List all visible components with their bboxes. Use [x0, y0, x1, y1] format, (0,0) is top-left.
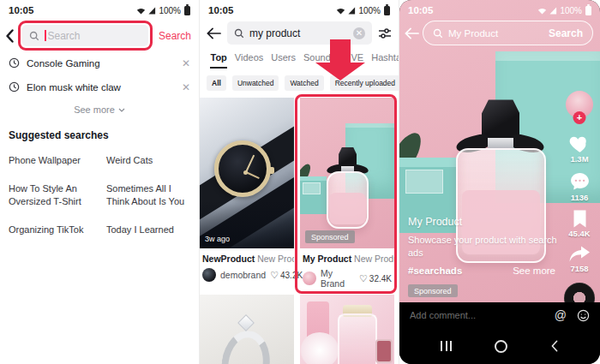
video-thumbnail-watch[interactable]: 3w ago	[200, 98, 294, 248]
screen-sponsored-video: 10:05 100% Search + 1.3M	[399, 0, 600, 364]
sponsored-badge: Sponsored	[305, 230, 355, 243]
search-button[interactable]: Search	[156, 30, 194, 42]
tab-hashtags[interactable]: Hashtags	[368, 51, 399, 69]
like-count: ♡32.4K	[359, 274, 392, 283]
share-icon[interactable]	[568, 246, 591, 263]
video-thumbnail-ring[interactable]	[200, 295, 294, 364]
video-title-rest: New Product	[257, 254, 294, 264]
status-icons: 100%	[136, 6, 190, 15]
comment-icon[interactable]	[569, 171, 591, 192]
search-bar-row: Search	[0, 17, 199, 51]
suggested-search-item[interactable]: Organizing TikTok	[9, 216, 93, 244]
mention-at-icon[interactable]: @	[555, 309, 567, 321]
recents-button[interactable]	[441, 341, 452, 351]
filter-sliders-icon[interactable]	[378, 27, 392, 39]
back-chevron-icon[interactable]	[5, 29, 15, 43]
status-bar: 10:05 100%	[399, 0, 600, 17]
perfume-neck	[488, 138, 513, 148]
search-icon	[29, 31, 39, 41]
tab-users[interactable]: Users	[267, 51, 300, 69]
overlay-search-row: Search	[405, 21, 593, 45]
author-name[interactable]: demobrand	[220, 270, 266, 280]
back-arrow-icon[interactable]	[405, 27, 419, 39]
remove-recent-icon[interactable]: ✕	[182, 82, 190, 92]
status-bar: 10:05 100%	[200, 0, 399, 17]
status-bar: 10:05 100%	[0, 0, 199, 17]
box-mirror	[405, 170, 443, 194]
recent-search-item[interactable]: Elon musk white claw ✕	[0, 75, 199, 98]
video-card[interactable]: 3w ago NewProduct New Product demobrand …	[200, 98, 294, 289]
search-button[interactable]: Search	[549, 27, 583, 39]
search-input[interactable]	[448, 28, 543, 39]
battery-icon	[384, 6, 390, 15]
video-card[interactable]	[200, 295, 294, 364]
suggested-search-item[interactable]: Today I Learned	[106, 216, 190, 244]
search-icon	[234, 28, 244, 39]
author-name[interactable]: My Brand	[321, 268, 355, 289]
avatar[interactable]: +	[566, 91, 593, 118]
hashtag-link[interactable]: #searchads	[408, 266, 462, 276]
advertiser-username[interactable]: My Product	[408, 216, 571, 228]
clock-icon	[9, 57, 20, 69]
tab-videos[interactable]: Videos	[231, 51, 267, 69]
video-age-label: 3w ago	[205, 235, 230, 243]
avatar[interactable]	[202, 268, 216, 282]
see-more-link[interactable]: See more	[513, 266, 555, 276]
like-count: ♡43.2K	[270, 271, 303, 280]
box-mirror	[303, 182, 321, 194]
watch-center	[243, 170, 248, 175]
video-results-grid: 3w ago NewProduct New Product demobrand …	[200, 98, 399, 364]
recent-search-item[interactable]: Console Gaming ✕	[0, 51, 199, 75]
white-flower	[300, 332, 339, 364]
video-card-sponsored[interactable]: Sponsored My Product New Product My Bran…	[300, 98, 394, 289]
home-button[interactable]	[495, 340, 507, 353]
share-count: 7158	[570, 264, 588, 273]
heart-icon[interactable]	[568, 132, 591, 153]
status-time: 10:05	[9, 5, 33, 15]
chip-unwatched[interactable]: Unwatched	[232, 75, 279, 91]
see-more-toggle[interactable]: See more	[0, 98, 199, 122]
heart-outline-icon: ♡	[270, 271, 279, 280]
hashtag-row: #searchads See more	[408, 266, 555, 276]
chip-all[interactable]: All	[207, 75, 226, 91]
clear-search-icon[interactable]: ✕	[353, 27, 365, 39]
video-title-bold: My Product	[303, 254, 351, 264]
remove-recent-icon[interactable]: ✕	[182, 58, 190, 69]
bookmark-icon[interactable]	[572, 210, 588, 228]
small-jar	[375, 339, 393, 363]
search-field[interactable]: Search	[423, 21, 593, 45]
annotation-arrow-down	[315, 39, 365, 81]
screen-search: 10:05 100% Search Console Gaming	[0, 0, 200, 364]
bookmark-count: 45.4K	[568, 229, 590, 238]
video-player[interactable]: 10:05 100% Search + 1.3M	[399, 0, 600, 302]
video-title: My Product New Product	[303, 254, 394, 264]
avatar[interactable]	[303, 272, 316, 285]
status-time: 10:05	[208, 5, 233, 15]
results-tabs: Top Videos Users Sounds LIVE Hashtags	[200, 45, 399, 69]
suggested-search-item[interactable]: Phone Wallpaper	[9, 146, 93, 175]
see-more-label: See more	[74, 104, 115, 115]
video-thumbnail-perfume[interactable]: Sponsored	[300, 98, 394, 248]
emoji-smiley-icon[interactable]	[577, 309, 590, 322]
comment-bar: @	[399, 302, 600, 328]
screen-search-results: 10:05 100% ✕ Top Videos Users Sounds LIV…	[200, 0, 399, 364]
watch-hand	[245, 155, 255, 173]
search-input[interactable]	[249, 27, 348, 39]
suggested-search-item[interactable]: Sometimes All I Think About Is You	[106, 175, 190, 216]
search-bar-row: ✕	[200, 17, 399, 45]
suggested-search-item[interactable]: How To Style An Oversized T-Shirt	[9, 175, 93, 216]
suggested-searches-grid: Phone Wallpaper Weird Cats How To Style …	[0, 143, 199, 247]
tab-top[interactable]: Top	[207, 51, 231, 69]
back-arrow-icon[interactable]	[207, 27, 221, 39]
rose-water-bottle	[338, 313, 377, 364]
comment-count: 1136	[571, 193, 589, 202]
back-button[interactable]	[550, 340, 559, 352]
search-input[interactable]	[48, 30, 141, 42]
follow-plus-icon[interactable]: +	[573, 111, 586, 124]
comment-input[interactable]	[410, 310, 544, 320]
signal-icon	[549, 7, 557, 15]
video-thumbnail-bottles[interactable]	[300, 295, 394, 364]
search-field[interactable]	[22, 25, 148, 46]
suggested-search-item[interactable]: Weird Cats	[106, 146, 190, 175]
video-card[interactable]	[300, 295, 394, 364]
